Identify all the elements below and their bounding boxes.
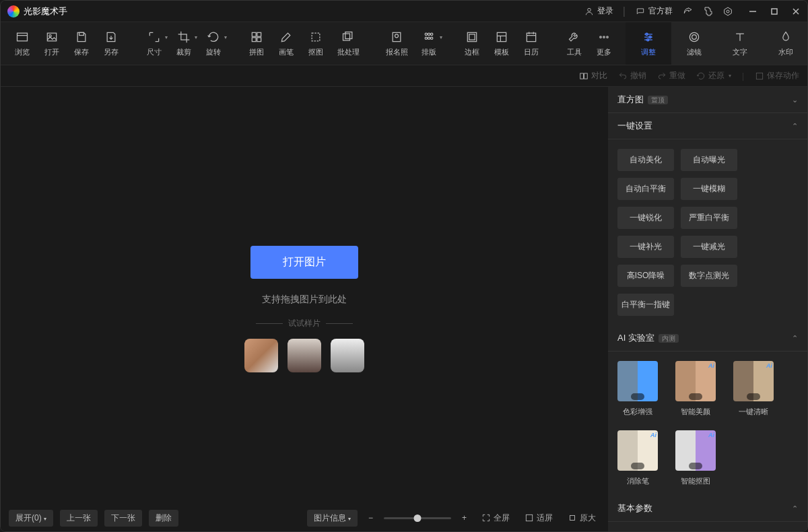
prev-button[interactable]: 上一张 — [60, 510, 98, 527]
ai-item-label: 智能美颜 — [681, 407, 710, 417]
svg-rect-17 — [343, 34, 350, 40]
redo-button[interactable]: 重做 — [657, 70, 685, 81]
svg-point-37 — [603, 36, 605, 38]
layout-button[interactable]: ▾排版 — [414, 22, 444, 65]
idphoto-button[interactable]: 报名照 — [379, 22, 414, 65]
expand-button[interactable]: 展开(0) ▾ — [9, 510, 53, 527]
size-button[interactable]: ▾尺寸 — [139, 22, 169, 65]
quickset-button-4[interactable]: 一键锐化 — [617, 207, 674, 229]
tab-text[interactable]: 文字 — [717, 22, 763, 65]
quickset-button-7[interactable]: 一键减光 — [681, 236, 737, 258]
extension-button[interactable] — [702, 6, 713, 17]
close-button[interactable] — [791, 7, 801, 16]
frame-button[interactable]: 边框 — [457, 22, 487, 65]
maximize-button[interactable] — [770, 7, 779, 16]
ai-item-0[interactable]: Ai色彩增强 — [617, 361, 658, 417]
saveas-button[interactable]: 另存 — [96, 22, 126, 65]
browse-button[interactable]: 浏览 — [7, 22, 37, 65]
crop-icon — [176, 30, 191, 44]
panel-quickset-header[interactable]: 一键设置 ⌃ — [608, 113, 807, 139]
ai-thumb-icon: Ai — [733, 361, 774, 401]
tab-watermark[interactable]: 水印 — [763, 22, 808, 65]
batch-button[interactable]: 批处理 — [331, 22, 366, 65]
panel-histogram-header[interactable]: 直方图置顶 ⌄ — [608, 87, 807, 113]
zoom-slider[interactable] — [384, 517, 451, 519]
settings-button[interactable] — [722, 6, 733, 17]
svg-rect-4 — [772, 9, 777, 14]
tools-button[interactable]: 工具 — [560, 22, 589, 65]
brush-icon — [279, 30, 294, 44]
calendar-button[interactable]: 日历 — [516, 22, 546, 65]
share-button[interactable] — [682, 6, 693, 17]
panel-ailab-header[interactable]: AI 实验室内测 ⌃ — [608, 325, 807, 352]
login-button[interactable]: 登录 — [584, 5, 613, 17]
save-button[interactable]: 保存 — [67, 22, 96, 65]
adjust-icon — [641, 30, 656, 44]
crop-button[interactable]: ▾裁剪 — [169, 22, 199, 65]
svg-rect-53 — [570, 516, 575, 521]
svg-rect-7 — [18, 33, 28, 41]
svg-rect-9 — [47, 33, 56, 41]
ai-item-label: 色彩增强 — [623, 407, 652, 417]
panel-basic-header[interactable]: 基本参数 ⌃ — [608, 496, 807, 522]
quickset-button-3[interactable]: 一键模糊 — [681, 178, 737, 200]
compare-button[interactable]: 对比 — [579, 70, 607, 81]
user-icon — [584, 6, 595, 17]
official-group-button[interactable]: 官方群 — [635, 5, 673, 17]
zoom-out-button[interactable]: − — [364, 513, 377, 523]
ai-item-4[interactable]: Ai智能抠图 — [675, 430, 716, 486]
open-image-button[interactable]: 打开图片 — [250, 246, 358, 279]
cutout-button[interactable]: 抠图 — [301, 22, 331, 65]
svg-point-0 — [588, 8, 591, 11]
quickset-button-2[interactable]: 自动白平衡 — [617, 178, 674, 200]
ai-thumb-icon: Ai — [675, 361, 716, 401]
svg-point-25 — [428, 37, 430, 39]
svg-point-36 — [600, 36, 602, 38]
minimize-button[interactable] — [748, 7, 758, 16]
tab-adjust[interactable]: 调整 — [626, 22, 671, 65]
actual-size-button[interactable]: 原大 — [564, 512, 600, 524]
open-button[interactable]: 打开 — [37, 22, 67, 65]
ai-thumb-icon: Ai — [617, 430, 658, 471]
sample-image-1[interactable] — [244, 339, 278, 372]
ai-item-2[interactable]: Ai一键清晰 — [733, 361, 774, 417]
ai-item-3[interactable]: Ai消除笔 — [617, 430, 658, 486]
svg-marker-1 — [725, 7, 732, 15]
quickset-button-5[interactable]: 严重白平衡 — [681, 207, 737, 229]
collage-button[interactable]: 拼图 — [242, 22, 271, 65]
zoom-in-button[interactable]: + — [458, 513, 471, 523]
quickset-button-8[interactable]: 高ISO降噪 — [617, 265, 674, 287]
delete-button[interactable]: 删除 — [149, 510, 178, 527]
saveas-icon — [104, 30, 119, 44]
image-info-button[interactable]: 图片信息 ▾ — [307, 510, 358, 527]
svg-rect-32 — [527, 33, 535, 41]
svg-point-2 — [727, 10, 729, 13]
quickset-button-10[interactable]: 白平衡一指键 — [617, 294, 674, 316]
restore-button[interactable]: 还原▾ — [696, 70, 731, 81]
svg-point-20 — [395, 34, 399, 38]
fullscreen-button[interactable]: 全屏 — [477, 512, 514, 524]
undo-button[interactable]: 撤销 — [618, 70, 646, 81]
sample-image-2[interactable] — [288, 339, 321, 372]
svg-rect-28 — [469, 34, 475, 40]
browse-icon — [15, 30, 30, 44]
svg-point-26 — [431, 37, 433, 39]
save-action-button[interactable]: 保存动作 — [755, 70, 799, 81]
quickset-button-1[interactable]: 自动曝光 — [681, 149, 737, 171]
sample-image-3[interactable] — [331, 339, 364, 372]
quickset-button-9[interactable]: 数字点测光 — [681, 265, 737, 287]
fit-screen-button[interactable]: 适屏 — [520, 512, 557, 524]
more-button[interactable]: 更多 — [589, 22, 619, 65]
ai-item-1[interactable]: Ai智能美颜 — [675, 361, 716, 417]
next-button[interactable]: 下一张 — [104, 510, 142, 527]
group-label: 官方群 — [648, 5, 673, 17]
quickset-button-6[interactable]: 一键补光 — [617, 236, 674, 258]
batch-icon — [341, 30, 356, 44]
svg-point-22 — [428, 33, 430, 35]
svg-rect-52 — [526, 514, 532, 521]
tab-filter[interactable]: 滤镜 — [671, 22, 717, 65]
template-button[interactable]: 模板 — [487, 22, 516, 65]
brush-button[interactable]: 画笔 — [271, 22, 301, 65]
quickset-button-0[interactable]: 自动美化 — [617, 149, 674, 171]
rotate-button[interactable]: ▾旋转 — [199, 22, 228, 65]
